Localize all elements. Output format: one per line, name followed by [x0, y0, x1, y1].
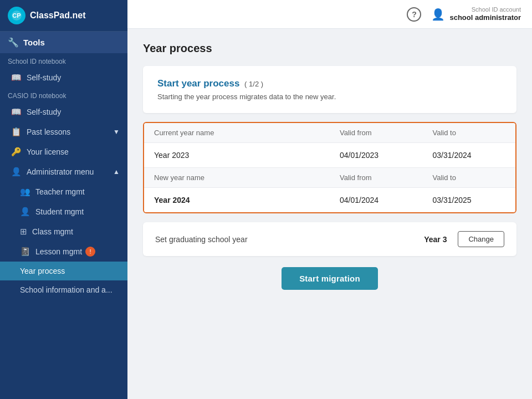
step-title-text: Start year process: [157, 78, 239, 89]
graduating-card: Set graduating school year Year 3 Change: [143, 222, 516, 256]
current-year-name: Year 2023: [144, 143, 330, 168]
account-name: school administrator: [449, 13, 521, 23]
account-icon: 👤: [431, 8, 445, 21]
year-table: Current year name Valid from Valid to Ye…: [144, 123, 515, 212]
graduating-label: Set graduating school year: [155, 235, 248, 244]
new-year-from-col-header: Valid from: [330, 168, 423, 188]
current-year-header-row: Current year name Valid from Valid to: [144, 123, 515, 143]
self-study-label-2: Self-study: [27, 108, 61, 116]
topbar: ? 👤 School ID account school administrat…: [127, 0, 532, 29]
sidebar-item-student-mgmt[interactable]: 👤 Student mgmt: [0, 202, 127, 222]
step-title: Start year process ( 1/2 ): [157, 78, 502, 89]
lesson-mgmt-icon: 📓: [20, 247, 30, 257]
account-label: School ID account: [449, 6, 521, 13]
main-area: ? 👤 School ID account school administrat…: [127, 0, 532, 399]
self-study-label-1: Self-study: [27, 73, 61, 82]
school-id-notebook-label: School ID notebook: [0, 53, 127, 68]
student-mgmt-label: Student mgmt: [35, 207, 84, 216]
change-button[interactable]: Change: [458, 231, 504, 247]
year-process-label: Year process: [20, 267, 65, 275]
account-button[interactable]: 👤 School ID account school administrator: [431, 6, 521, 23]
content-area: Year process Start year process ( 1/2 ) …: [127, 29, 532, 399]
sidebar-logo: CP ClassPad.net: [0, 0, 127, 32]
graduating-value: Year 3: [424, 235, 447, 244]
new-year-from: 04/01/2024: [330, 188, 423, 213]
topbar-right: ? 👤 School ID account school administrat…: [407, 6, 521, 23]
sidebar-item-self-study-1[interactable]: 📖 Self-study: [0, 68, 127, 88]
tools-icon: 🔧: [8, 37, 19, 48]
current-year-to: 03/31/2024: [423, 143, 516, 168]
admin-menu-chevron: ▲: [113, 168, 120, 176]
class-mgmt-label: Class mgmt: [32, 227, 73, 236]
current-year-data-row: Year 2023 04/01/2023 03/31/2024: [144, 143, 515, 168]
current-year-from-col-header: Valid from: [330, 123, 423, 143]
new-year-data-row: Year 2024 04/01/2024 03/31/2025: [144, 188, 515, 213]
sidebar-tools-label: Tools: [23, 38, 45, 47]
help-button[interactable]: ?: [407, 7, 421, 22]
sidebar-item-admin-menu[interactable]: 👤 Administrator menu ▲: [0, 162, 127, 182]
graduating-right: Year 3 Change: [424, 231, 504, 247]
step-card: Start year process ( 1/2 ) Starting the …: [143, 66, 516, 113]
year-table-container: Current year name Valid from Valid to Ye…: [143, 122, 516, 213]
new-year-name: Year 2024: [144, 188, 330, 213]
teacher-mgmt-label: Teacher mgmt: [35, 187, 85, 196]
new-year-to-col-header: Valid to: [423, 168, 516, 188]
past-lessons-label: Past lessons: [27, 127, 70, 136]
lesson-mgmt-label: Lesson mgmt: [35, 247, 82, 256]
step-badge: ( 1/2 ): [244, 80, 263, 88]
step-desc: Starting the year process migrates data …: [157, 93, 502, 101]
self-study-icon-2: 📖: [11, 107, 22, 117]
your-license-label: Your license: [27, 147, 69, 156]
page-title: Year process: [143, 42, 516, 55]
current-year-from: 04/01/2023: [330, 143, 423, 168]
license-icon: 🔑: [11, 147, 22, 157]
account-text: School ID account school administrator: [449, 6, 521, 23]
current-year-to-col-header: Valid to: [423, 123, 516, 143]
lesson-mgmt-badge: !: [85, 247, 95, 257]
class-mgmt-icon: ⊞: [20, 227, 27, 237]
sidebar-item-self-study-2[interactable]: 📖 Self-study: [0, 102, 127, 122]
student-mgmt-icon: 👤: [20, 207, 30, 217]
self-study-icon-1: 📖: [11, 73, 22, 83]
svg-text:CP: CP: [12, 12, 21, 19]
logo-icon: CP: [8, 7, 25, 24]
sidebar-item-lesson-mgmt[interactable]: 📓 Lesson mgmt !: [0, 242, 127, 262]
past-lessons-icon: 📋: [11, 127, 22, 137]
past-lessons-chevron: ▼: [113, 128, 120, 136]
sidebar-item-school-info[interactable]: School information and a...: [0, 280, 127, 299]
casio-id-notebook-label: CASIO ID notebook: [0, 88, 127, 102]
teacher-mgmt-icon: 👥: [20, 187, 30, 197]
school-info-label: School information and a...: [20, 285, 112, 294]
sidebar-item-class-mgmt[interactable]: ⊞ Class mgmt: [0, 222, 127, 242]
sidebar-item-your-license[interactable]: 🔑 Your license: [0, 142, 127, 162]
help-icon: ?: [412, 10, 417, 19]
sidebar-item-past-lessons[interactable]: 📋 Past lessons ▼: [0, 122, 127, 142]
new-year-name-col-header: New year name: [144, 168, 330, 188]
sidebar-tools-header[interactable]: 🔧 Tools: [0, 32, 127, 53]
sidebar-item-teacher-mgmt[interactable]: 👥 Teacher mgmt: [0, 182, 127, 202]
start-migration-button[interactable]: Start migration: [282, 267, 378, 290]
sidebar: CP ClassPad.net 🔧 Tools School ID notebo…: [0, 0, 127, 399]
admin-menu-label: Administrator menu: [27, 167, 94, 176]
logo-text: ClassPad.net: [30, 11, 85, 21]
admin-menu-icon: 👤: [11, 167, 22, 177]
new-year-to: 03/31/2025: [423, 188, 516, 213]
new-year-header-row: New year name Valid from Valid to: [144, 168, 515, 188]
current-year-name-col-header: Current year name: [144, 123, 330, 143]
sidebar-item-year-process[interactable]: Year process: [0, 262, 127, 280]
